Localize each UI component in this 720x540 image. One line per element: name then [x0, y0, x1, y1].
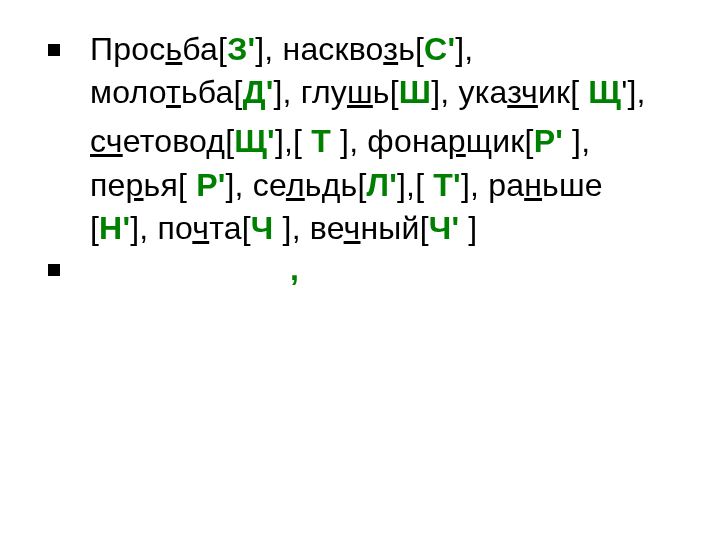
- phonetic-sound: Т: [311, 123, 331, 159]
- slide: Просьба[З'], насквозь[С'], молотьба[Д'],…: [0, 0, 720, 540]
- text: ], се: [225, 167, 285, 203]
- text: ь[: [341, 167, 367, 203]
- underline: л: [286, 167, 305, 203]
- text: ], по: [130, 210, 192, 246]
- text: ь: [305, 167, 322, 203]
- phonetic-sound: Р': [196, 167, 225, 203]
- underline: ч: [344, 210, 361, 246]
- text: ь[: [373, 74, 399, 110]
- slide-content: Просьба[З'], насквозь[С'], молотьба[Д'],…: [90, 28, 660, 291]
- text: ], глу: [273, 74, 347, 110]
- underline: з: [383, 31, 398, 67]
- phonetic-sound: С': [424, 31, 455, 67]
- text: ], ве: [273, 210, 343, 246]
- phonetic-sound: Ч': [429, 210, 460, 246]
- text: ], фона: [331, 123, 448, 159]
- phonetic-sound: Р': [534, 123, 563, 159]
- text: ],[: [275, 123, 311, 159]
- bullet-marker-2: [48, 264, 60, 276]
- text: та[: [209, 210, 251, 246]
- text: щик[: [466, 123, 534, 159]
- phonetic-sound: Щ': [234, 123, 275, 159]
- phonetic-sound: Л': [366, 167, 396, 203]
- underline: т: [166, 74, 181, 110]
- text: ья[: [144, 167, 197, 203]
- underline: ш: [347, 74, 373, 110]
- text: ], ра: [461, 167, 524, 203]
- text: ьба[: [181, 74, 243, 110]
- phonetic-sound: Ч: [251, 210, 274, 246]
- text: ], наскво: [255, 31, 383, 67]
- underline: р: [448, 123, 466, 159]
- text: ], ука: [431, 74, 507, 110]
- text: ]: [459, 210, 477, 246]
- text: [: [225, 123, 234, 159]
- underline: н: [524, 167, 542, 203]
- text: Прос: [90, 31, 165, 67]
- underline: сч: [90, 123, 123, 159]
- underline: д: [322, 167, 341, 203]
- text: ный[: [360, 210, 428, 246]
- underline: ь: [165, 31, 182, 67]
- phonetic-sound: Щ: [588, 74, 621, 110]
- underline: р: [126, 167, 144, 203]
- underline: зч: [507, 74, 538, 110]
- text: ь[: [398, 31, 424, 67]
- bullet-marker-1: [48, 44, 60, 56]
- phonetic-sound: Н': [99, 210, 130, 246]
- paragraph-1: Просьба[З'], насквозь[С'], молотьба[Д'],…: [90, 28, 660, 114]
- trailing-comma: ,: [290, 248, 660, 291]
- text: '],: [621, 74, 646, 110]
- underline: д: [206, 123, 225, 159]
- text: ик[: [538, 74, 588, 110]
- paragraph-2: счетовод[Щ'],[ Т ], фонарщик[Р' ], перья…: [90, 120, 660, 250]
- text: етово: [123, 123, 207, 159]
- phonetic-sound: Ш: [399, 74, 431, 110]
- underline: ч: [192, 210, 209, 246]
- phonetic-sound: З': [227, 31, 255, 67]
- text: ],[: [397, 167, 433, 203]
- text: ба[: [182, 31, 227, 67]
- phonetic-sound: Т': [433, 167, 461, 203]
- phonetic-sound: Д': [243, 74, 274, 110]
